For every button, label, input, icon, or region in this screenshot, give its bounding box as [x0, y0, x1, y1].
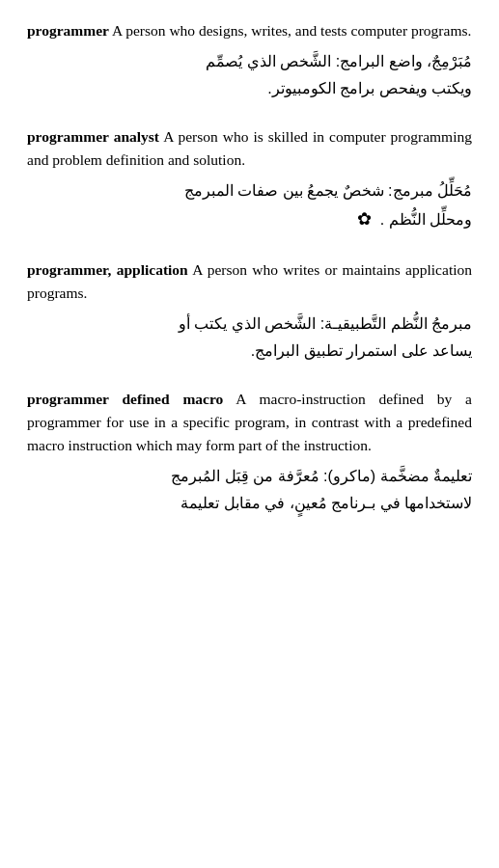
entry-programmer-defined-macro-english: programmer defined macro A macro-instruc…: [27, 388, 472, 457]
entry-programmer-application-english: programmer, application A person who wri…: [27, 258, 472, 305]
entry-programmer-defined-macro-arabic: تعليمةٌ مضخَّمة (ماكرو): مُعرَّفة من قِب…: [27, 463, 472, 517]
entry-programmer-arabic-line-1: مُبَرْمِجٌ، واضع البرامج: الشَّخص الذي ي…: [27, 48, 472, 75]
entry-programmer-application-arabic-line-1: مبرمجُ النُّظم التَّطبيقيـة: الشَّخص الذ…: [27, 311, 472, 338]
entry-programmer-analyst-arabic: مُحَلِّلُ مبرمج: شخصٌ يجمعُ بين صفات الم…: [27, 177, 472, 235]
entry-programmer-analyst-arabic-line-2: ومحلِّل النُّظم . ✿: [27, 204, 472, 235]
entry-programmer-application-arabic: مبرمجُ النُّظم التَّطبيقيـة: الشَّخص الذ…: [27, 311, 472, 365]
entry-programmer-arabic: مُبَرْمِجٌ، واضع البرامج: الشَّخص الذي ي…: [27, 48, 472, 102]
entry-programmer: programmer A person who designs, writes,…: [27, 19, 472, 102]
entry-programmer-defined-macro-arabic-line-1: تعليمةٌ مضخَّمة (ماكرو): مُعرَّفة من قِب…: [27, 463, 472, 490]
entry-programmer-analyst-term: programmer analyst: [27, 128, 159, 145]
entry-programmer-analyst: programmer analyst A person who is skill…: [27, 125, 472, 235]
entry-programmer-analyst-arabic-line-1: مُحَلِّلُ مبرمج: شخصٌ يجمعُ بين صفات الم…: [27, 177, 472, 204]
dictionary-page: programmer A person who designs, writes,…: [27, 19, 472, 517]
entry-programmer-application-term: programmer, application: [27, 261, 188, 278]
entry-programmer-definition: A person who designs, writes, and tests …: [112, 22, 471, 39]
entry-programmer-term: programmer: [27, 22, 109, 39]
entry-programmer-analyst-english: programmer analyst A person who is skill…: [27, 125, 472, 172]
entry-programmer-defined-macro-term: programmer defined macro: [27, 391, 223, 407]
entry-programmer-defined-macro-arabic-line-2: لاستخدامها في بـرنامج مُعينٍ، في مقابل ت…: [27, 490, 472, 517]
entry-programmer-english: programmer A person who designs, writes,…: [27, 19, 472, 42]
entry-programmer-application: programmer, application A person who wri…: [27, 258, 472, 365]
entry-programmer-arabic-line-2: ويكتب ويفحص برامج الكومبيوتر.: [27, 75, 472, 102]
entry-programmer-application-arabic-line-2: يساعد على استمرار تطبيق البرامج.: [27, 338, 472, 365]
entry-programmer-defined-macro: programmer defined macro A macro-instruc…: [27, 388, 472, 517]
